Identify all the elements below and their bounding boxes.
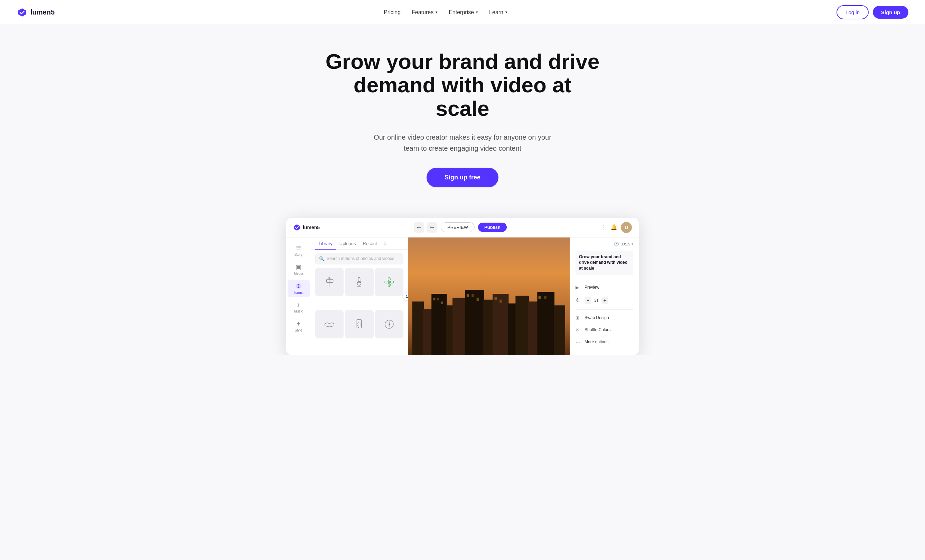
features-chevron-icon: ▾ [435, 10, 438, 15]
svg-point-22 [389, 324, 390, 325]
media-cell-4[interactable] [315, 310, 343, 339]
logo[interactable]: lumen5 [17, 7, 54, 18]
icon-chart-phone [352, 317, 366, 331]
svg-rect-24 [423, 309, 433, 355]
tab-uploads[interactable]: Uploads [336, 238, 360, 250]
duration-plus-button[interactable]: + [601, 297, 609, 304]
action-more-options[interactable]: ⋯ More options [575, 338, 633, 346]
nav-pricing[interactable]: Pricing [384, 9, 401, 15]
media-cell-2[interactable] [345, 268, 373, 296]
action-swap-label: Swap Design [585, 315, 609, 320]
signup-button[interactable]: Sign up [873, 6, 908, 19]
svg-rect-31 [508, 303, 516, 355]
preview-button[interactable]: PREVIEW [441, 222, 475, 232]
media-cell-1[interactable] [315, 268, 343, 296]
icon-flower [382, 275, 396, 289]
play-icon: ▶ [575, 285, 582, 290]
duration-minus-button[interactable]: − [585, 297, 591, 304]
hero-title: Grow your brand and drive demand with vi… [324, 50, 601, 120]
undo-button[interactable]: ↩ [414, 222, 424, 233]
duration-value: 3s [594, 298, 599, 303]
svg-rect-40 [472, 294, 474, 297]
sidebar-item-icons[interactable]: ❊ Icons [288, 280, 310, 297]
sidebar-label-media: Media [294, 272, 303, 275]
media-icon: ▣ [295, 263, 301, 271]
nav-enterprise[interactable]: Enterprise ▾ [449, 9, 478, 15]
app-logo-text: lumen5 [303, 225, 320, 230]
search-icon: 🔍 [319, 256, 325, 261]
sidebar-label-style: Style [295, 328, 302, 332]
nav-learn[interactable]: Learn ▾ [489, 9, 508, 15]
svg-rect-38 [441, 301, 443, 304]
svg-rect-28 [465, 290, 484, 355]
icon-compass [382, 317, 396, 331]
svg-point-9 [388, 277, 390, 281]
action-preview[interactable]: ▶ Preview [575, 283, 633, 291]
action-swap-design[interactable]: ⊞ Swap Design [575, 314, 633, 322]
nav-links: Pricing Features ▾ Enterprise ▾ Learn ▾ [384, 9, 508, 15]
action-shuffle-label: Shuffle Colors [585, 327, 610, 332]
svg-rect-39 [467, 294, 469, 297]
app-preview: lumen5 ↩ ↪ PREVIEW Publish ⋮ 🔔 U ☰ [273, 218, 652, 355]
bell-icon[interactable]: 🔔 [610, 224, 618, 230]
svg-point-11 [384, 281, 388, 283]
redo-button[interactable]: ↪ [427, 222, 437, 233]
icons-icon: ❊ [296, 282, 301, 290]
logo-icon [17, 7, 28, 18]
nav-actions: Log in Sign up [836, 5, 908, 20]
divider-2 [575, 309, 633, 310]
more-options-icon[interactable]: ⋮ [601, 224, 607, 231]
svg-rect-32 [515, 295, 529, 355]
app-topbar-actions: ↩ ↪ PREVIEW Publish [414, 222, 507, 233]
media-cell-6[interactable] [375, 310, 404, 339]
app-sidebar: ☰ Story ▣ Media ❊ Icons ♪ Music ✦ Styl [286, 238, 311, 355]
sidebar-item-media[interactable]: ▣ Media [288, 260, 310, 278]
svg-rect-36 [434, 298, 435, 300]
sidebar-item-style[interactable]: ✦ Style [288, 317, 310, 335]
media-panel: Library Uploads Recent ☆ 🔍 Search millio… [311, 238, 408, 355]
media-search-bar[interactable]: 🔍 Search millions of photos and videos [315, 253, 404, 265]
learn-chevron-icon: ▾ [505, 10, 508, 15]
signup-free-button[interactable]: Sign up free [426, 168, 499, 187]
sidebar-item-music[interactable]: ♪ Music [288, 299, 310, 316]
media-tabs: Library Uploads Recent ☆ [311, 238, 408, 250]
svg-rect-42 [495, 297, 497, 300]
favorite-star-icon[interactable]: ☆ [383, 241, 387, 246]
svg-rect-44 [539, 295, 541, 299]
sidebar-item-story[interactable]: ☰ Story [288, 242, 310, 259]
media-cell-5[interactable] [345, 310, 373, 339]
icon-microscope [352, 275, 366, 289]
city-skyline [408, 278, 569, 355]
action-shuffle-colors[interactable]: ✕ Shuffle Colors [575, 326, 633, 334]
app-topbar-right: ⋮ 🔔 U [601, 222, 632, 233]
more-options-dots-icon: ⋯ [575, 339, 582, 345]
swap-design-icon: ⊞ [575, 315, 582, 321]
sidebar-label-story: Story [295, 253, 303, 256]
story-icon: ☰ [296, 244, 301, 252]
svg-rect-30 [493, 294, 508, 355]
svg-rect-43 [500, 300, 502, 303]
style-icon: ✦ [296, 320, 301, 328]
publish-button[interactable]: Publish [478, 223, 507, 232]
tab-library[interactable]: Library [315, 238, 336, 250]
enterprise-chevron-icon: ▾ [476, 10, 478, 15]
hero-subtitle: Our online video creator makes it easy f… [366, 132, 559, 154]
icon-grid [311, 268, 408, 355]
action-duration[interactable]: ⏱ − 3s + [575, 295, 633, 305]
app-logo: lumen5 [293, 224, 320, 231]
shuffle-icon: ✕ [575, 327, 582, 333]
svg-rect-45 [544, 295, 547, 299]
timer-icon: ⏱ [575, 298, 582, 303]
login-button[interactable]: Log in [836, 5, 869, 20]
nav-features[interactable]: Features ▾ [412, 9, 438, 15]
tab-recent[interactable]: Recent [359, 238, 380, 250]
svg-rect-29 [483, 300, 494, 355]
hero-section: Grow your brand and drive demand with vi… [0, 25, 925, 201]
media-cell-3[interactable] [375, 268, 404, 296]
avatar: U [621, 222, 632, 233]
sidebar-label-icons: Icons [295, 291, 303, 295]
svg-rect-1 [327, 279, 333, 282]
music-icon: ♪ [297, 301, 300, 309]
time-badge: 🕐 00:15 ▾ [575, 242, 633, 247]
svg-rect-37 [437, 298, 439, 300]
